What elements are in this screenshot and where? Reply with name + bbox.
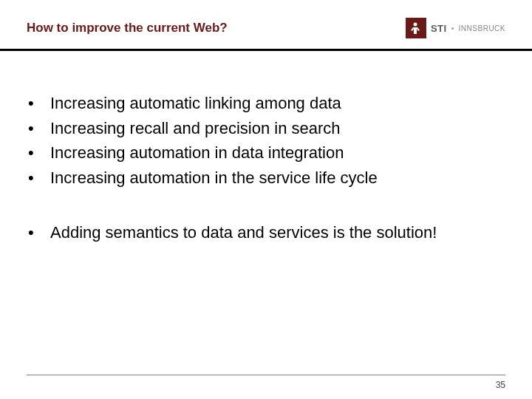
slide-content: • Increasing automatic linking among dat… — [0, 51, 532, 243]
bullet-text: Increasing automation in data integratio… — [50, 142, 505, 164]
logo-text: STI INNSBRUCK — [431, 21, 505, 35]
bullet-group-2: • Adding semantics to data and services … — [27, 222, 505, 244]
bullet-icon: • — [27, 167, 50, 189]
logo-area: STI INNSBRUCK — [406, 18, 505, 38]
bullet-text: Increasing recall and precision in searc… — [50, 117, 505, 140]
list-item: • Increasing recall and precision in sea… — [27, 117, 505, 140]
bullet-icon: • — [27, 142, 50, 164]
footer-divider — [27, 375, 505, 375]
bullet-icon: • — [27, 117, 50, 140]
list-item: • Increasing automation in the service l… — [27, 167, 505, 189]
bullet-text: Increasing automation in the service lif… — [50, 167, 505, 189]
bullet-text: Increasing automatic linking among data — [50, 92, 505, 115]
bullet-icon: • — [27, 92, 50, 115]
slide-title: How to improve the current Web? — [27, 21, 228, 35]
logo-brand: STI — [431, 23, 447, 34]
logo-separator-icon — [451, 27, 454, 30]
sti-logo-icon — [406, 18, 426, 38]
bullet-text: Adding semantics to data and services is… — [50, 222, 505, 244]
logo-subtext: INNSBRUCK — [459, 24, 505, 33]
bullet-group-1: • Increasing automatic linking among dat… — [27, 92, 505, 189]
slide-header: How to improve the current Web? STI INNS… — [0, 0, 532, 49]
list-item: • Increasing automation in data integrat… — [27, 142, 505, 164]
list-item: • Increasing automatic linking among dat… — [27, 92, 505, 115]
svg-point-0 — [413, 23, 417, 27]
bullet-icon: • — [27, 222, 50, 244]
list-item: • Adding semantics to data and services … — [27, 222, 505, 244]
page-number: 35 — [496, 380, 505, 390]
